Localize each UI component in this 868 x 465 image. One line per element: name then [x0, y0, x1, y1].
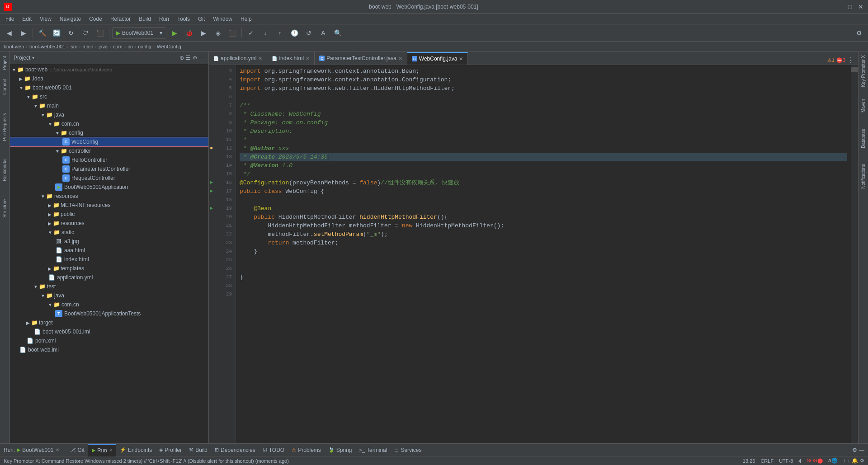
tab-close-appyml[interactable]: ✕: [258, 56, 262, 61]
notifications-label[interactable]: Notifications: [859, 160, 868, 192]
tree-item-boot-web[interactable]: ▼ 📁 boot-web E:\idea-workspace\boot-web: [10, 65, 208, 74]
tree-item-iml[interactable]: 📄 boot-web05-001.iml: [10, 327, 208, 336]
status-line-sep[interactable]: CRLF: [760, 458, 774, 464]
recent-files-btn[interactable]: ⋮: [847, 56, 854, 65]
tab-close-paramtest[interactable]: ✕: [398, 56, 402, 61]
tree-item-a3jpg[interactable]: 🖼 a3.jpg: [10, 237, 208, 246]
forward-button[interactable]: ▶: [17, 27, 30, 39]
tree-item-request[interactable]: C RequestController: [10, 174, 208, 183]
sidebar-structure-icon[interactable]: Structure: [0, 195, 9, 222]
tree-item-bootweb05[interactable]: ▼ 📁 boot-web05-001: [10, 83, 208, 92]
tree-item-paramtest[interactable]: C ParameterTestController: [10, 164, 208, 174]
menu-run[interactable]: Run: [156, 15, 173, 23]
bottom-tab-endpoints[interactable]: ⚡ Endpoints: [116, 444, 156, 456]
minimize-button[interactable]: ─: [835, 3, 843, 10]
run-tab-close[interactable]: ✕: [109, 448, 113, 453]
status-icon-1[interactable]: ↑: [843, 458, 846, 464]
run-gutter-icon-17[interactable]: ▶: [210, 187, 213, 196]
run-close-bottom[interactable]: ✕: [56, 447, 59, 452]
breadcrumb-part-5[interactable]: com: [113, 44, 123, 49]
breadcrumb-part-2[interactable]: src: [71, 44, 77, 49]
sidebar-pullrequest-icon[interactable]: Pull Requests: [0, 108, 9, 146]
tree-item-resources[interactable]: ▼ 📁 resources: [10, 192, 208, 201]
tree-item-hello[interactable]: C HelloController: [10, 155, 208, 164]
sidebar-project-icon[interactable]: Project: [0, 52, 9, 75]
tree-item-testjava[interactable]: ▼ 📁 java: [10, 291, 208, 300]
tree-item-target[interactable]: ▶ 📁 target: [10, 318, 208, 327]
build-button[interactable]: 🔨: [36, 27, 48, 39]
debug-button[interactable]: 🐞: [183, 27, 195, 39]
tree-item-bootapp[interactable]: ▶ BootWeb05001Application: [10, 183, 208, 192]
tree-item-templates[interactable]: ▶ 📁 templates: [10, 264, 208, 273]
menu-build[interactable]: Build: [135, 15, 155, 23]
breadcrumb-part-0[interactable]: boot-web: [4, 44, 24, 49]
bottom-tab-spring[interactable]: 🍃 Spring: [325, 444, 356, 456]
tree-item-comcn[interactable]: ▼ 📁 com.cn: [10, 119, 208, 128]
menu-help[interactable]: Help: [237, 15, 255, 23]
status-encoding[interactable]: UTF-8: [779, 458, 793, 464]
tree-item-idea[interactable]: ▶ 📁 .idea: [10, 74, 208, 83]
git-update-btn[interactable]: ↓: [259, 27, 272, 39]
run-with-coverage-btn2[interactable]: ▶: [197, 27, 210, 39]
tree-item-controller[interactable]: ▼ 📁 controller: [10, 146, 208, 155]
git-history-btn[interactable]: 🕐: [288, 27, 301, 39]
status-line-col[interactable]: 13:26: [743, 458, 755, 464]
breadcrumb-part-7[interactable]: config: [138, 44, 151, 49]
tree-item-testcomcn[interactable]: ▼ 📁 com.cn: [10, 300, 208, 309]
tree-item-appyml[interactable]: 📄 application.yml: [10, 273, 208, 282]
breadcrumb-part-4[interactable]: java: [99, 44, 108, 49]
tree-item-static[interactable]: ▼ 📁 static: [10, 228, 208, 237]
menu-view[interactable]: View: [36, 15, 55, 23]
bottom-tab-dependencies[interactable]: ⊞ Dependencies: [211, 444, 259, 456]
sync-button[interactable]: 🔄: [50, 27, 63, 39]
run-coverage-button[interactable]: 🛡: [79, 27, 92, 39]
run-gutter-icon-16[interactable]: ▶: [210, 178, 213, 187]
project-collapse-btn[interactable]: ☰: [186, 55, 191, 61]
menu-navigate[interactable]: Navigate: [56, 15, 85, 23]
profile-button[interactable]: ◈: [212, 27, 224, 39]
code-editor[interactable]: import org.springframework.context.annot…: [236, 65, 851, 443]
project-settings-btn[interactable]: ⚙: [193, 55, 198, 61]
status-translate-icon[interactable]: A🌐: [828, 458, 838, 464]
tree-item-java[interactable]: ▼ 📁 java: [10, 110, 208, 119]
bottom-tab-git[interactable]: ⎇ Git: [66, 444, 88, 456]
tree-item-config[interactable]: ▼ 📁 config: [10, 128, 208, 137]
key-promoter-label[interactable]: Key Promoter X: [859, 52, 868, 91]
tab-paramtest[interactable]: C ParameterTestController.java ✕: [315, 52, 407, 65]
editor-content[interactable]: 3 4 5 6 7 8 9 10 11 ● 12 13 14 15 ▶ 16: [209, 65, 858, 443]
refresh-button[interactable]: ↻: [65, 27, 77, 39]
bottom-tab-build[interactable]: ⚒ Build: [185, 444, 211, 456]
tab-indexhtml[interactable]: 📄 index.html ✕: [267, 52, 315, 65]
tab-appyml[interactable]: 📄 application.yml ✕: [209, 52, 267, 65]
stop-button[interactable]: ⬛: [94, 27, 106, 39]
menu-refactor[interactable]: Refactor: [107, 15, 134, 23]
tab-close-indexhtml[interactable]: ✕: [306, 56, 310, 61]
maven-label[interactable]: Maven: [859, 95, 868, 116]
menu-tools[interactable]: Tools: [174, 15, 193, 23]
expand-bottom-btn[interactable]: —: [859, 447, 864, 453]
warning-icon[interactable]: ⚠1: [827, 57, 835, 63]
bottom-tab-run[interactable]: ▶ Run ✕: [88, 444, 116, 456]
maximize-button[interactable]: □: [846, 3, 854, 10]
git-push-btn[interactable]: ↑: [274, 27, 286, 39]
breadcrumb-part-1[interactable]: boot-web05-001: [29, 44, 66, 49]
close-button[interactable]: ✕: [857, 3, 864, 10]
status-sos-icon[interactable]: SOS⬤: [807, 458, 822, 464]
tab-close-webconfig[interactable]: ✕: [459, 56, 463, 62]
bottom-tab-profiler[interactable]: ◈ Profiler: [156, 444, 185, 456]
bottom-tab-problems[interactable]: ⚠ Problems: [288, 444, 325, 456]
tree-item-webconfig[interactable]: C WebConfig: [10, 137, 208, 146]
bottom-tab-todo[interactable]: ☑ TODO: [259, 444, 288, 456]
menu-file[interactable]: File: [2, 15, 18, 23]
status-indent[interactable]: 4: [798, 458, 801, 464]
settings-btn[interactable]: ⚙: [853, 27, 865, 39]
tree-item-bootweb-iml[interactable]: 📄 boot-web.iml: [10, 345, 208, 354]
tree-item-boottests[interactable]: T BootWeb05001ApplicationTests: [10, 309, 208, 318]
database-label[interactable]: Database: [859, 125, 868, 152]
git-revert-btn[interactable]: ↺: [302, 27, 315, 39]
breadcrumb-part-3[interactable]: main: [82, 44, 93, 49]
tab-webconfig[interactable]: C WebConfig.java ✕: [407, 52, 468, 65]
run-config-dropdown[interactable]: ▶ BootWeb001 ▾: [112, 27, 166, 39]
bottom-tab-terminal[interactable]: >_ Terminal: [356, 444, 391, 456]
sidebar-bookmarks-icon[interactable]: Bookmarks: [0, 154, 9, 186]
